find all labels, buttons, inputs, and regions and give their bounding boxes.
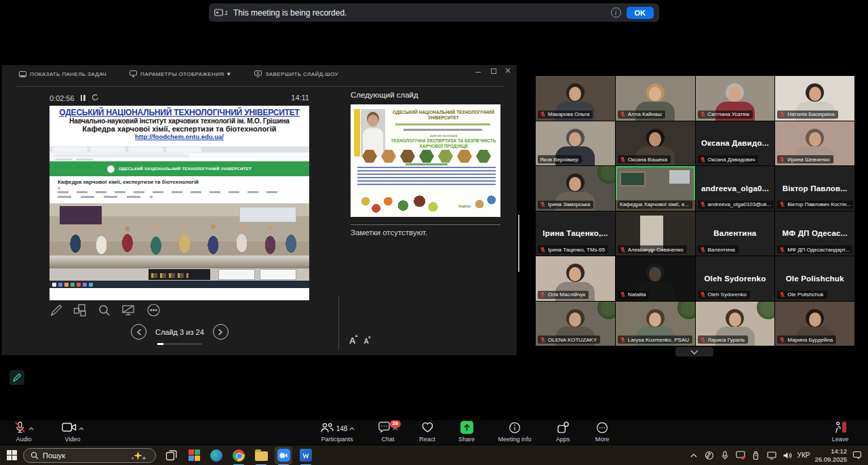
taskbar-apps	[163, 447, 315, 464]
taskbar-search[interactable]: Пошук	[23, 448, 156, 463]
close-icon[interactable]	[505, 67, 511, 74]
zoom-app-icon[interactable]	[275, 447, 292, 464]
participant-tile[interactable]: Ole PolishchukOle Polishchuk	[775, 256, 854, 301]
meeting-info-button[interactable]: Meeting info	[489, 422, 540, 443]
share-button[interactable]: Share	[450, 422, 484, 443]
taskbar-clock[interactable]: 14:12 26.09.2025	[814, 447, 847, 463]
usb-tray-icon[interactable]	[751, 450, 762, 461]
participant-tile[interactable]: Оксана Вашека	[616, 121, 695, 166]
participant-tile[interactable]: Александр Сиваченко	[616, 211, 695, 256]
participant-nameplate: Larysa Kuzmenko, PSAU	[618, 336, 692, 344]
participant-tile[interactable]: Лариса Гураль	[696, 302, 775, 346]
decrease-font-button[interactable]: A▼	[363, 338, 368, 345]
presentation-timer: 0:02:56	[50, 94, 99, 102]
apps-button[interactable]: Apps	[546, 422, 580, 443]
restart-timer-button[interactable]	[92, 94, 99, 102]
chat-button[interactable]: Chat26	[371, 422, 405, 443]
more-options-button[interactable]	[146, 303, 161, 320]
ok-button[interactable]: OK	[627, 7, 654, 19]
increase-font-button[interactable]: A▲	[349, 336, 355, 345]
participant-tile[interactable]: Ірина Заморська	[536, 166, 615, 211]
participant-tile[interactable]: Кафедра Харчової хімії, е...	[616, 166, 695, 211]
video-button[interactable]: Video	[56, 422, 90, 443]
participant-tile[interactable]: Світлана Усатюк	[696, 76, 775, 121]
screen-record-tray-icon[interactable]	[735, 450, 746, 461]
pen-tool-button[interactable]	[50, 304, 63, 320]
edge-icon[interactable]	[208, 447, 225, 464]
participant-nameplate: Валентина	[698, 245, 738, 254]
audio-button[interactable]: Audio	[7, 422, 41, 443]
presenter-toolbar: ПОКАЗАТЬ ПАНЕЛЬ ЗАДАЧ ПАРАМЕТРЫ ОТОБРАЖЕ…	[19, 70, 338, 77]
participant-nameplate: Лариса Гураль	[698, 336, 749, 344]
participant-tile[interactable]: ВалентинаВалентина	[696, 211, 775, 256]
participant-tile[interactable]: Наталія Басюркіна	[775, 76, 854, 121]
next-slide-button[interactable]	[213, 324, 229, 340]
participant-tile[interactable]: Ірина Таценко,...Ірина Таценко, ТМз-65	[536, 211, 615, 256]
photo-window	[239, 207, 296, 222]
participant-tile[interactable]: andreeva_olga0...andreeva_olga0103@uk...	[696, 166, 775, 211]
windows-logo-icon	[7, 450, 17, 460]
show-taskbar-button[interactable]: ПОКАЗАТЬ ПАНЕЛЬ ЗАДАЧ	[19, 71, 106, 77]
volume-tray-icon[interactable]	[782, 450, 793, 461]
chevron-up-icon	[349, 427, 355, 430]
participant-tile[interactable]: Макарова Ольга	[536, 76, 615, 121]
zoom-slide-button[interactable]	[98, 304, 111, 320]
tray-chevron-up-icon[interactable]	[688, 450, 699, 461]
participants-button[interactable]: 148Participants	[309, 422, 366, 443]
participant-tile[interactable]: OLENA KOTUZAKY	[536, 302, 615, 346]
apps-icon	[557, 421, 570, 437]
browser-address-bar	[50, 153, 309, 158]
thumb-program-label: освітня програма	[390, 134, 497, 138]
participant-nameplate: Ірина Таценко, ТМз-65	[538, 245, 608, 254]
annotation-pencil-icon[interactable]	[9, 370, 24, 385]
participant-tile[interactable]: Nataliia	[616, 256, 695, 301]
previous-slide-button[interactable]	[131, 324, 146, 340]
windows-taskbar: Пошук	[0, 445, 868, 465]
minimize-icon[interactable]	[475, 67, 481, 74]
slideshow-progress-bar[interactable]	[157, 343, 202, 345]
next-slide-label: Следующий слайд	[351, 91, 418, 99]
participant-nameplate: Oleh Sydorenko	[698, 291, 750, 299]
word-icon[interactable]	[297, 447, 315, 464]
participant-tile[interactable]: Оля Маслійчук	[536, 256, 615, 301]
participant-tile[interactable]: Ирина Шевченко	[775, 121, 854, 166]
task-view-icon[interactable]	[163, 447, 180, 464]
end-slideshow-button[interactable]: ЗАВЕРШИТЬ СЛАЙД-ШОУ	[254, 70, 338, 77]
chrome-icon[interactable]	[230, 447, 248, 464]
file-explorer-icon[interactable]	[252, 447, 270, 464]
pause-timer-button[interactable]	[81, 95, 85, 101]
react-button[interactable]: React	[410, 422, 444, 443]
participant-tile[interactable]: Марина Бурдейна	[775, 302, 854, 346]
display-cast-tray-icon[interactable]	[766, 450, 777, 461]
end-slideshow-icon	[254, 70, 262, 77]
more-button[interactable]: More	[585, 422, 619, 443]
participant-tile[interactable]: Larysa Kuzmenko, PSAU	[616, 302, 695, 346]
mic-muted-icon	[700, 291, 706, 298]
see-all-slides-button[interactable]	[73, 304, 87, 320]
participant-tile[interactable]: Віктор Павлов...Віктор Павлович Костін..…	[775, 166, 854, 211]
participant-tile[interactable]: МФ ДП Одесас...МФ ДП Одесастандарт...	[775, 211, 854, 256]
current-slide: ОДЕСЬКИЙ НАЦІОНАЛЬНИЙ ТЕХНОЛОГІЧНИЙ УНІВ…	[50, 106, 309, 300]
display-options-button[interactable]: ПАРАМЕТРЫ ОТОБРАЖЕНИЯ ▼	[130, 70, 231, 77]
participant-tile[interactable]: Яков Верхівкер	[536, 121, 615, 166]
scrollbar[interactable]	[518, 215, 519, 272]
participant-nameplate: Александр Сиваченко	[618, 245, 687, 254]
notifications-icon[interactable]	[852, 450, 863, 461]
start-button[interactable]	[3, 447, 20, 464]
participant-tile[interactable]: Алла Кайнаш	[616, 76, 695, 121]
restore-icon[interactable]	[490, 67, 496, 74]
leave-button[interactable]: Leave	[823, 422, 857, 443]
screen: 1 This meeting is being recorded. i OK П…	[0, 0, 868, 465]
university-logo	[107, 165, 115, 173]
microphone-tray-icon[interactable]	[719, 450, 730, 461]
info-icon[interactable]: i	[611, 7, 621, 18]
participants-next-page-button[interactable]	[675, 347, 713, 357]
obs-tray-icon[interactable]	[704, 450, 715, 461]
participants-grid: Макарова Ольга Алла Кайнаш Світлана Усат…	[536, 76, 854, 346]
black-screen-button[interactable]	[121, 304, 136, 320]
participant-tile[interactable]: Oleh SydorenkoOleh Sydorenko	[696, 256, 775, 301]
microsoft-365-icon[interactable]	[185, 447, 203, 464]
participants-icon	[319, 422, 334, 436]
participant-tile[interactable]: Оксана Давидо...Оксана Давидович	[696, 121, 775, 166]
language-indicator[interactable]: УКР	[797, 451, 810, 459]
